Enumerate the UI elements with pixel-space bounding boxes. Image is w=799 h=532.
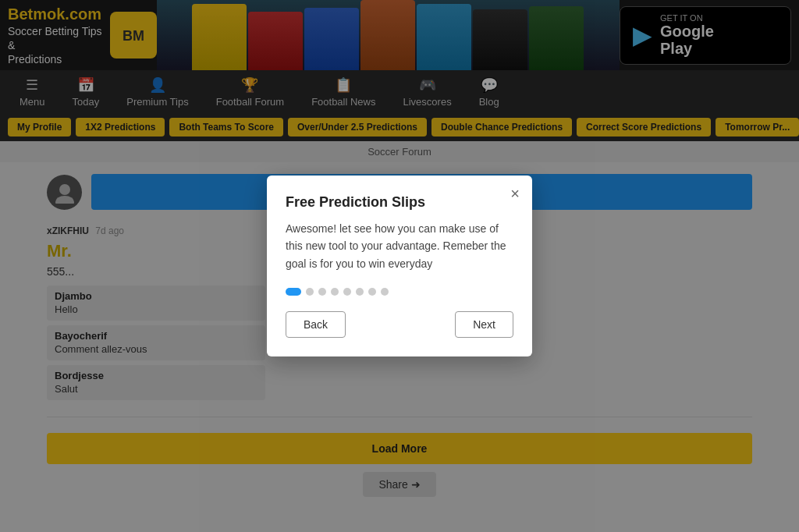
modal-body: Awesome! let see how you can make use of… <box>286 220 513 272</box>
modal-close-button[interactable]: × <box>510 185 520 203</box>
modal-overlay: Free Prediction Slips × Awesome! let see… <box>0 0 799 516</box>
dot-8 <box>381 288 389 296</box>
modal-title: Free Prediction Slips <box>286 194 513 211</box>
dot-2 <box>306 288 314 296</box>
free-prediction-modal: Free Prediction Slips × Awesome! let see… <box>267 176 532 356</box>
dot-4 <box>331 288 339 296</box>
back-button[interactable]: Back <box>286 311 346 338</box>
next-button[interactable]: Next <box>455 311 513 338</box>
modal-footer: Back Next <box>286 311 513 338</box>
dot-3 <box>318 288 326 296</box>
dot-7 <box>368 288 376 296</box>
dot-6 <box>356 288 364 296</box>
dot-1 <box>286 288 301 296</box>
modal-progress-dots <box>286 288 513 296</box>
dot-5 <box>343 288 351 296</box>
